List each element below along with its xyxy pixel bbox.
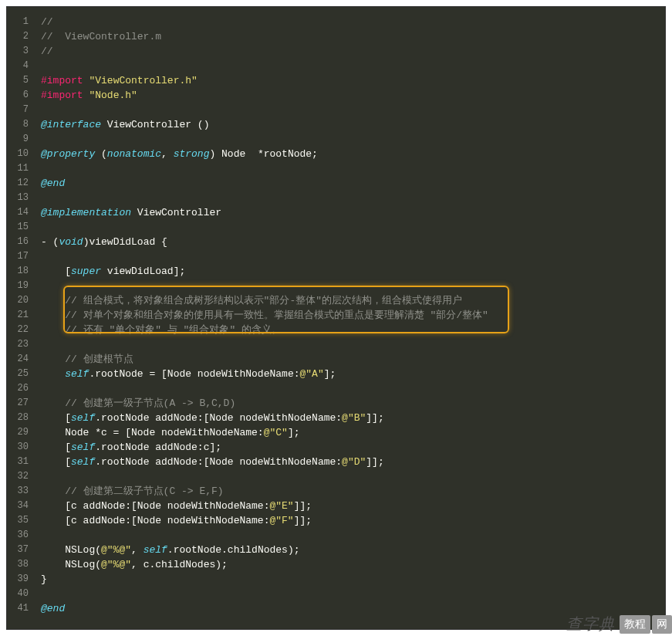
code-line[interactable]: NSLog(@"%@", c.childNodes); — [41, 557, 665, 572]
line-number: 26 — [10, 381, 29, 396]
line-number: 12 — [10, 176, 29, 191]
code-token: ) Node *rootNode; — [209, 148, 317, 160]
line-gutter: 1234567891011121314151617181920212223242… — [7, 7, 35, 629]
code-token: @"A" — [299, 368, 323, 380]
code-token: .rootNode = [Node nodeWithNodeName: — [89, 368, 299, 380]
code-token — [131, 207, 137, 218]
line-number: 30 — [10, 440, 29, 455]
code-token — [41, 368, 65, 380]
line-number: 5 — [10, 73, 29, 88]
code-line[interactable]: [c addNode:[Node nodeWithNodeName:@"F"]]… — [41, 513, 665, 528]
code-line[interactable] — [41, 587, 665, 601]
code-token: ]]; — [294, 515, 312, 526]
line-number: 10 — [10, 147, 29, 161]
code-token: ]; — [324, 368, 336, 380]
code-token: self — [71, 456, 95, 468]
code-line[interactable]: self.rootNode = [Node nodeWithNodeName:@… — [41, 367, 665, 381]
code-token: @"B" — [342, 412, 366, 424]
code-line[interactable] — [41, 161, 665, 176]
code-line[interactable] — [41, 528, 665, 543]
code-line[interactable] — [41, 381, 665, 396]
code-line[interactable]: // ViewController.m — [41, 29, 665, 44]
code-line[interactable] — [41, 220, 665, 235]
code-token: () — [191, 119, 209, 130]
code-token: // 创建第一级子节点(A -> B,C,D) — [41, 398, 235, 409]
line-number: 8 — [10, 117, 29, 132]
code-line[interactable] — [41, 59, 665, 73]
code-token: self — [144, 544, 167, 556]
code-line[interactable]: // 创建根节点 — [41, 352, 665, 367]
code-line[interactable]: @interface ViewController () — [41, 117, 665, 132]
line-number: 38 — [10, 557, 29, 572]
code-token: nonatomic — [107, 148, 161, 160]
code-token: super — [71, 266, 101, 277]
code-line[interactable]: // 创建第一级子节点(A -> B,C,D) — [41, 396, 665, 411]
code-line[interactable]: // 还有 "单个对象" 与 "组合对象" 的含义。 — [41, 323, 665, 337]
code-token: @"%@" — [101, 559, 131, 570]
code-line[interactable]: NSLog(@"%@", self.rootNode.childNodes); — [41, 543, 665, 557]
code-line[interactable] — [41, 337, 665, 352]
line-number: 32 — [10, 469, 29, 484]
code-line[interactable] — [41, 249, 665, 264]
code-line[interactable]: [c addNode:[Node nodeWithNodeName:@"E"]]… — [41, 499, 665, 513]
code-line[interactable]: [self.rootNode addNode:[Node nodeWithNod… — [41, 455, 665, 469]
code-area[interactable]: //// ViewController.m//#import "ViewCont… — [35, 7, 665, 629]
code-token: #import — [41, 90, 89, 101]
line-number: 17 — [10, 249, 29, 264]
code-token: , — [131, 544, 144, 556]
code-line[interactable]: // — [41, 44, 665, 59]
watermark-text: 查字典 — [563, 612, 618, 636]
code-line[interactable]: Node *c = [Node nodeWithNodeName:@"C"]; — [41, 425, 665, 440]
line-number: 35 — [10, 513, 29, 528]
code-line[interactable]: // 组合模式，将对象组合成树形结构以表示"部分-整体"的层次结构，组合模式使得… — [41, 293, 665, 308]
code-line[interactable] — [41, 103, 665, 117]
code-line[interactable]: [super viewDidLoad]; — [41, 264, 665, 279]
line-number: 24 — [10, 352, 29, 367]
code-token: [ — [41, 412, 71, 424]
code-editor[interactable]: 1234567891011121314151617181920212223242… — [6, 6, 666, 630]
code-token: // ViewController.m — [41, 31, 161, 42]
code-token: NSLog( — [41, 559, 101, 570]
code-token: @end — [41, 178, 65, 189]
code-token: @interface — [41, 119, 101, 130]
code-token: )viewDidLoad { — [83, 236, 167, 248]
code-line[interactable]: #import "Node.h" — [41, 88, 665, 103]
code-token: void — [59, 236, 83, 248]
code-line[interactable]: [self.rootNode addNode:[Node nodeWithNod… — [41, 411, 665, 425]
code-token: .rootNode addNode:[Node nodeWithNodeName… — [95, 412, 342, 424]
code-token: ]]; — [294, 500, 312, 512]
watermark-badge-1: 教程 — [620, 615, 650, 634]
code-line[interactable] — [41, 132, 665, 147]
code-line[interactable] — [41, 191, 665, 205]
code-line[interactable]: // 对单个对象和组合对象的使用具有一致性。掌握组合模式的重点是要理解清楚 "部… — [41, 308, 665, 323]
code-line[interactable]: [self.rootNode addNode:c]; — [41, 440, 665, 455]
code-token: @"F" — [269, 515, 293, 526]
code-token: [ — [41, 456, 71, 468]
code-token: @"E" — [269, 500, 293, 512]
code-token: strong — [174, 148, 210, 160]
code-token: viewDidLoad]; — [101, 266, 185, 277]
line-number: 14 — [10, 205, 29, 220]
code-token: [c addNode:[Node nodeWithNodeName: — [41, 500, 269, 512]
code-line[interactable]: @end — [41, 176, 665, 191]
watermark: 查字典 教程 网 — [563, 612, 672, 636]
code-line[interactable]: @property (nonatomic, strong) Node *root… — [41, 147, 665, 161]
code-line[interactable]: - (void)viewDidLoad { — [41, 235, 665, 249]
code-line[interactable]: // 创建第二级子节点(C -> E,F) — [41, 484, 665, 499]
code-line[interactable] — [41, 279, 665, 293]
code-token: // — [41, 46, 53, 57]
code-token: ]; — [288, 427, 300, 438]
code-line[interactable]: @implementation ViewController — [41, 205, 665, 220]
line-number: 16 — [10, 235, 29, 249]
line-number: 25 — [10, 367, 29, 381]
code-line[interactable]: #import "ViewController.h" — [41, 73, 665, 88]
code-line[interactable] — [41, 469, 665, 484]
code-token: , c.childNodes); — [131, 559, 228, 570]
code-line[interactable]: } — [41, 572, 665, 587]
line-number: 28 — [10, 411, 29, 425]
code-token: ViewController — [137, 207, 221, 218]
line-number: 22 — [10, 323, 29, 337]
code-line[interactable]: // — [41, 15, 665, 29]
code-token: [ — [41, 441, 71, 453]
code-token: Node *c = [Node nodeWithNodeName: — [41, 427, 264, 438]
